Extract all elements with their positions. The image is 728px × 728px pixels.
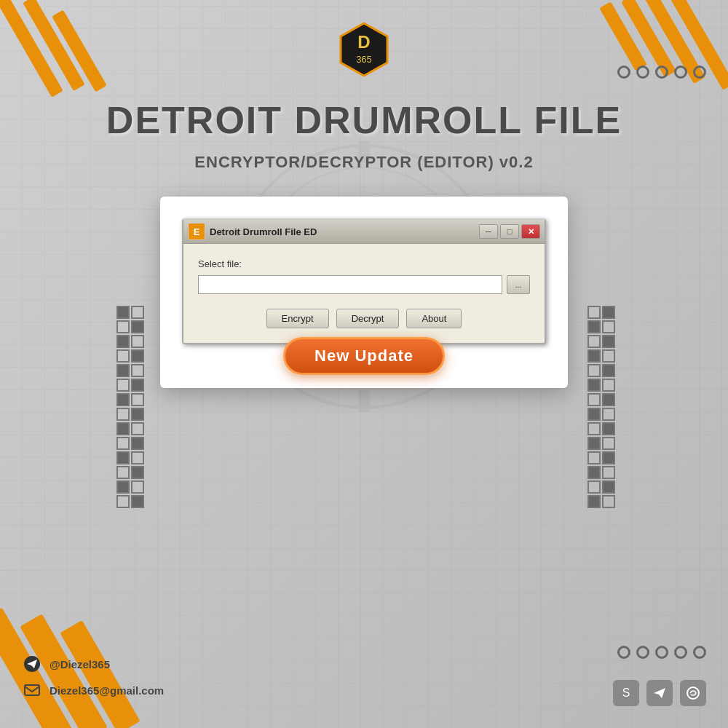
close-button[interactable]: ✕ — [521, 224, 540, 239]
svg-rect-16 — [25, 685, 39, 695]
top-right-dots — [617, 66, 706, 79]
dot-3 — [655, 66, 668, 79]
dot-1 — [617, 66, 630, 79]
title-buttons: ─ □ ✕ — [479, 224, 540, 239]
svg-text:D: D — [357, 32, 370, 52]
select-file-label: Select file: — [198, 258, 530, 269]
decrypt-button[interactable]: Decrypt — [336, 309, 400, 328]
title-bar: E Detroit Drumroll File ED ─ □ ✕ — [183, 220, 545, 244]
telegram-bottom-icon — [646, 680, 673, 706]
window-card: E Detroit Drumroll File ED ─ □ ✕ Select … — [160, 197, 568, 388]
title-left: E Detroit Drumroll File ED — [188, 223, 317, 240]
app-window: E Detroit Drumroll File ED ─ □ ✕ Select … — [182, 218, 546, 344]
skype-icon: S — [613, 680, 639, 706]
bottom-right-dots — [617, 646, 706, 659]
window-body: Select file: ... Encrypt Decrypt About — [183, 244, 545, 343]
email-icon — [22, 680, 42, 700]
logo-hex: D 365 — [335, 20, 393, 79]
dot-4 — [674, 66, 687, 79]
bottom-social: @Diezel365 Diezel365@gmail.com — [22, 654, 164, 706]
right-side-decoration — [587, 306, 615, 510]
svg-text:S: S — [622, 687, 630, 699]
encrypt-button[interactable]: Encrypt — [266, 309, 329, 328]
logo-container: D 365 — [335, 20, 393, 79]
svg-text:365: 365 — [356, 54, 372, 65]
bdot-1 — [617, 646, 630, 659]
dot-2 — [636, 66, 649, 79]
subtitle: ENCRYPTOR/DECRYPTOR (EDITOR) v0.2 — [0, 153, 728, 172]
app-window-wrapper: E Detroit Drumroll File ED ─ □ ✕ Select … — [160, 197, 568, 388]
maximize-button[interactable]: □ — [500, 224, 519, 239]
file-text-input[interactable] — [198, 275, 502, 294]
bdot-5 — [693, 646, 706, 659]
window-title: Detroit Drumroll File ED — [210, 226, 317, 237]
email-row: Diezel365@gmail.com — [22, 680, 164, 700]
app-icon: E — [188, 223, 205, 240]
new-update-badge: New Update — [283, 337, 445, 375]
telegram-handle: @Diezel365 — [50, 658, 110, 670]
bdot-2 — [636, 646, 649, 659]
dot-5 — [693, 66, 706, 79]
about-button[interactable]: About — [406, 309, 462, 328]
telegram-icon — [22, 654, 42, 674]
whatsapp-icon — [680, 680, 706, 706]
main-title: DETROIT DRUMROLL FILE — [0, 98, 728, 142]
telegram-row: @Diezel365 — [22, 654, 164, 674]
bdot-4 — [674, 646, 687, 659]
bottom-right-icons: S — [613, 680, 706, 706]
page: D 365 DETROIT DRUMROLL FILE ENCRYPTOR/DE… — [0, 0, 728, 728]
browse-button[interactable]: ... — [507, 275, 530, 294]
file-input-row: ... — [198, 275, 530, 294]
minimize-button[interactable]: ─ — [479, 224, 498, 239]
action-buttons: Encrypt Decrypt About — [198, 309, 530, 328]
bdot-3 — [655, 646, 668, 659]
svg-point-18 — [687, 687, 699, 699]
left-side-decoration — [116, 306, 144, 510]
email-address: Diezel365@gmail.com — [50, 684, 164, 697]
